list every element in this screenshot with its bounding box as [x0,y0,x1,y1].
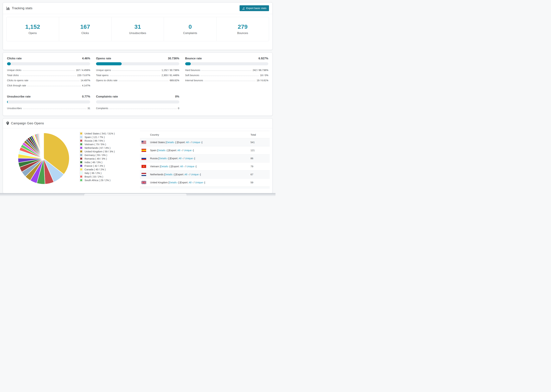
dotted-leader [30,81,79,81]
rate-stat-value: 1,152 / 30.736% [162,69,179,71]
country-links: Netherlands [Details ›] [Export: All › /… [150,173,201,176]
export-unique-link[interactable]: Unique › [186,165,196,168]
rate-stat-value: 31 [88,107,90,110]
country-name: Russia [150,157,158,160]
export-button-label: Export basic stats [246,7,266,10]
rate-title: Complaints rate [96,95,118,98]
legend-label: Canada ( 40 / 2% ) [85,168,106,171]
legend-item: Russia ( 86 / 5% ) [80,139,115,142]
export-unique-link[interactable]: Unique › [184,149,193,152]
export-all-link[interactable]: All › [186,141,190,144]
country-cell: Vietnam [Details ›] [Export: All › / Uni… [140,165,251,168]
legend-item: Germany ( 55 / 3% ) [80,153,115,157]
table-row: Russia [Details ›] [Export: All › / Uniq… [140,154,270,162]
export-basic-stats-button[interactable]: Export basic stats [240,5,269,11]
details-link[interactable]: Details › [165,173,174,176]
legend-swatch [80,132,83,135]
total-cell: 59 [251,181,270,184]
geo-title-wrap: Campaign Geo Opens [6,121,44,125]
legend-item: Brazil ( 33 / 2% ) [80,175,115,178]
export-all-link[interactable]: All › [179,157,183,160]
legend-label: United States ( 541 / 31% ) [85,132,115,135]
export-all-link[interactable]: All › [180,165,184,168]
legend-item: India ( 46 / 3% ) [80,161,115,164]
dotted-leader [204,81,255,81]
rate-percent: 0% [175,95,179,98]
export-prefix: [Export: [171,165,180,168]
rate-progress-fill [7,62,11,65]
rate-title: Bounce rate [185,57,202,60]
rate-stat-label: Complaints [96,107,108,110]
dotted-leader [23,109,86,109]
geo-header: Campaign Geo Opens [3,119,272,128]
legend-item: Netherlands ( 67 / 4% ) [80,146,115,150]
rate-stat-row: Total opens 2,303 / 61.446% [96,73,179,78]
export-unique-link[interactable]: Unique › [191,173,200,176]
details-link[interactable]: Details › [158,149,167,152]
tile-value: 0 [189,23,192,30]
table-row: Netherlands [Details ›] [Export: All › /… [140,170,270,179]
tile-label: Opens [28,32,37,35]
details-link[interactable]: Details › [161,165,170,168]
rate-stat-label: Total clicks [7,74,19,77]
table-row: Germany [Details ›] [Export: All › / Uni… [140,187,270,189]
page-title: Tracking stats [12,6,32,10]
tile-label: Bounces [237,32,248,35]
tile-label: Complaints [183,32,197,35]
country-flag [141,165,146,168]
summary-tile: 279 Bounces [216,17,269,41]
geo-body: United States ( 541 / 31% ) Spain ( 121 … [3,128,272,193]
table-row: Spain [Details ›] [Export: All › / Uniqu… [140,147,270,154]
legend-label: Brazil ( 33 / 2% ) [85,175,103,178]
export-all-link[interactable]: All › [177,149,182,152]
country-cell: Russia [Details ›] [Export: All › / Uniq… [140,157,251,160]
tile-value: 279 [238,23,247,30]
legend-label: India ( 46 / 3% ) [85,161,102,164]
export-unique-link[interactable]: Unique › [195,181,205,184]
legend-item: Vietnam ( 79 / 5% ) [80,142,115,146]
rate-stat-row: Unique clicks 167 / 4.456% [7,68,90,73]
tracking-stats-header: Tracking stats Export basic stats [3,3,272,14]
export-all-link[interactable]: All › [189,181,193,184]
legend-swatch [80,154,83,156]
tile-value: 167 [80,23,90,30]
export-unique-link[interactable]: Unique › [192,141,202,144]
geo-title: Campaign Geo Opens [11,121,44,125]
legend-swatch [80,147,83,149]
country-name: United States [150,141,165,144]
legend-item: France ( 42 / 2% ) [80,164,115,168]
country-flag [141,149,146,152]
rate-stat-row: Internal bounces 19 / 6.81% [185,78,268,83]
dotted-leader [110,76,160,76]
country-flag [141,141,146,144]
rate-progress-track [96,62,179,65]
next-card-peek [84,194,187,196]
country-name: Spain [150,149,156,152]
legend-swatch [80,164,83,167]
legend-label: France ( 42 / 2% ) [85,165,105,167]
rate-percent: 6.927% [259,57,268,60]
total-cell: 121 [251,149,270,152]
rate-section: Bounce rate 6.927% Hard bounces 242 / 86… [185,57,268,88]
table-row: United States [Details ›] [Export: All ›… [140,138,270,147]
pie-slice[interactable] [43,133,44,159]
rate-stat-value: 2,303 / 61.446% [162,74,179,77]
details-link[interactable]: Details › [169,181,178,184]
legend-label: Germany ( 55 / 3% ) [85,154,107,156]
country-name: Netherlands [150,173,163,176]
legend-item: Romania ( 49 / 3% ) [80,157,115,161]
export-unique-link[interactable]: Unique › [185,157,194,160]
details-link[interactable]: Details › [166,141,175,144]
details-link[interactable]: Details › [159,157,168,160]
dotted-leader [27,86,81,86]
rate-stat-value: 19 / 6.81% [257,79,268,82]
rate-stat-value: 0 [178,107,179,110]
rate-stat-row: Opens to clicks rate 689.82% [96,78,179,83]
rate-stat-label: Total opens [96,74,108,77]
legend-label: Italy ( 36 / 2% ) [85,172,101,175]
rate-stat-row: Clicks to opens rate 14.497% [7,78,90,83]
total-cell: 67 [251,173,270,176]
total-cell: 86 [251,157,270,160]
country-flag [141,173,146,176]
export-all-link[interactable]: All › [184,173,189,176]
